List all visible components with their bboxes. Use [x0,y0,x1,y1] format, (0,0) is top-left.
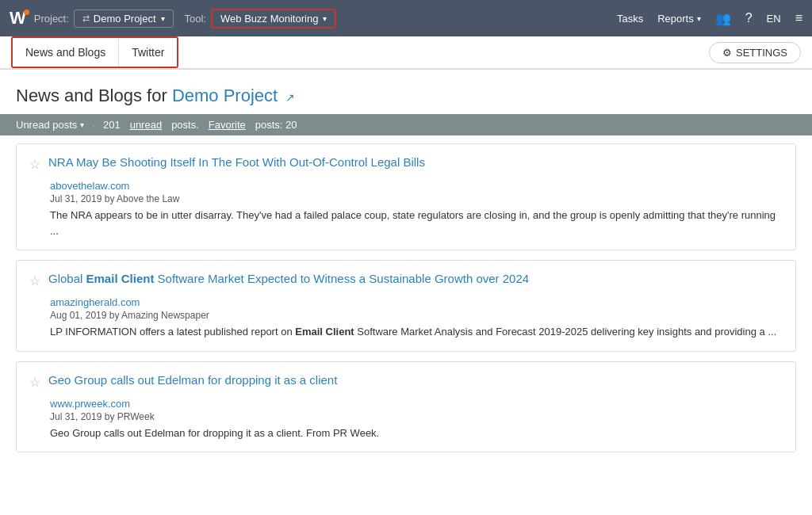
tool-label: Tool: [185,13,206,25]
separator: · [92,119,95,131]
post-source[interactable]: amazingherald.com [50,296,783,308]
post-card: ☆ NRA May Be Shooting Itself In The Foot… [16,143,796,250]
lang-selector[interactable]: EN [767,13,781,25]
settings-button[interactable]: ⚙ SETTINGS [709,42,801,63]
tool-dropdown[interactable]: Web Buzz Monitoring ▾ [211,9,336,29]
post-byline: Aug 01, 2019 by Amazing Newspaper [50,310,783,321]
post-snippet: The NRA appears to be in utter disarray.… [50,208,783,238]
tab-twitter[interactable]: Twitter [119,38,177,67]
post-title-link[interactable]: Global Email Client Software Market Expe… [48,272,529,285]
share-icon: ⇄ [82,13,90,24]
chevron-down-icon: ▾ [161,14,165,23]
logo-dot [24,10,29,15]
star-icon[interactable]: ☆ [29,375,40,390]
page-title-section: News and Blogs for Demo Project ↗ [0,70,812,114]
tab-news-and-blogs[interactable]: News and Blogs [13,38,119,67]
tabs-container: News and Blogs Twitter [11,36,178,68]
tab-news-label: News and Blogs [25,46,105,59]
settings-label: SETTINGS [736,47,787,59]
post-snippet: LP INFORMATION offers a latest published… [50,324,783,340]
favorite-label: Favorite [209,119,246,131]
nav-actions: Tasks Reports ▾ 👥 ? EN ≡ [617,11,802,26]
unread-count: 201 [103,119,121,131]
chevron-down-icon: ▾ [80,120,84,129]
post-header: ☆ NRA May Be Shooting Itself In The Foot… [29,155,783,172]
page-title-prefix: News and Blogs for [16,86,167,105]
menu-icon[interactable]: ≡ [795,11,802,25]
filter-label: Unread posts [16,119,77,131]
post-source[interactable]: www.prweek.com [50,398,783,410]
tasks-nav-item[interactable]: Tasks [617,13,643,25]
post-title-link[interactable]: NRA May Be Shooting Itself In The Foot W… [48,155,425,169]
chevron-down-icon: ▾ [323,14,327,23]
lang-label: EN [767,13,781,25]
page-title: News and Blogs for Demo Project ↗ [16,86,796,106]
chevron-down-icon: ▾ [697,14,701,23]
post-header: ☆ Global Email Client Software Market Ex… [29,272,783,288]
post-meta: abovethelaw.com Jul 31, 2019 by Above th… [50,180,783,238]
favorite-posts-label: posts: 20 [255,119,297,131]
post-list: ☆ NRA May Be Shooting Itself In The Foot… [0,135,812,470]
post-header: ☆ Geo Group calls out Edelman for droppi… [29,373,783,390]
star-icon[interactable]: ☆ [29,157,40,172]
post-source[interactable]: abovethelaw.com [50,180,783,192]
post-card: ☆ Geo Group calls out Edelman for droppi… [16,361,796,453]
logo-wordmark: W [10,8,26,29]
post-snippet: Geo Group calls out Edelman for dropping… [50,425,783,441]
logo: W [10,8,26,29]
project-dropdown[interactable]: ⇄ Demo Project ▾ [74,10,174,28]
unread-label: unread [130,119,162,131]
help-icon[interactable]: ? [745,11,753,25]
posts-text: posts. [171,119,199,131]
post-meta: amazingherald.com Aug 01, 2019 by Amazin… [50,296,783,340]
project-name-link[interactable]: Demo Project [172,86,278,105]
project-name: Demo Project [94,13,156,25]
post-title-link[interactable]: Geo Group calls out Edelman for dropping… [48,373,337,387]
tool-name: Web Buzz Monitoring [220,13,318,25]
post-card: ☆ Global Email Client Software Market Ex… [16,260,796,352]
star-icon[interactable]: ☆ [29,273,40,288]
tab-twitter-label: Twitter [132,46,164,59]
reports-nav-item[interactable]: Reports ▾ [657,13,701,25]
tab-bar: News and Blogs Twitter ⚙ SETTINGS [0,36,812,70]
filter-bar: Unread posts ▾ · 201 unread posts. Favor… [0,114,812,135]
unread-posts-filter[interactable]: Unread posts ▾ [16,119,84,131]
users-icon[interactable]: 👥 [715,11,731,26]
external-link-icon: ↗ [285,91,295,104]
project-label: Project: [34,13,69,25]
post-meta: www.prweek.com Jul 31, 2019 by PRWeek Ge… [50,398,783,441]
top-navigation: W Project: ⇄ Demo Project ▾ Tool: Web Bu… [0,0,812,36]
post-byline: Jul 31, 2019 by PRWeek [50,411,783,422]
tasks-label: Tasks [617,13,643,25]
gear-icon: ⚙ [722,47,732,59]
post-byline: Jul 31, 2019 by Above the Law [50,193,783,204]
reports-label: Reports [657,13,694,25]
